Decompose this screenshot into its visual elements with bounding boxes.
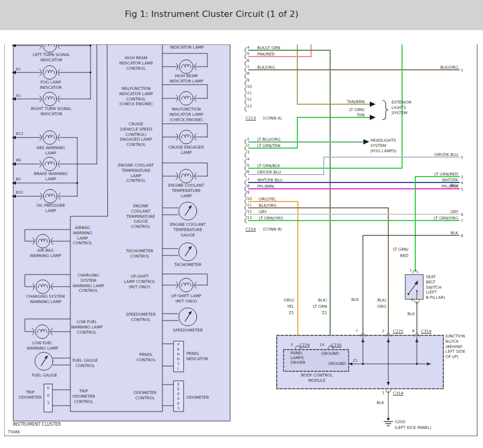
odometer-digit: 0 xyxy=(177,397,179,401)
c214-pin-num: 7 xyxy=(247,178,249,182)
speedometer-label: SPEEDOMETER xyxy=(173,328,203,333)
odometer-control-label: ODOMETER CONTROL xyxy=(133,390,156,401)
c213-pin-num: 6 xyxy=(247,59,249,63)
tan-brn-wire-label: TAN/BRN xyxy=(347,99,364,105)
ect-lamp-label: ENGINE COOLANT TEMPERATURE LAMP xyxy=(168,183,204,198)
edge-wire-num: 1 xyxy=(461,68,463,73)
z1-bus-label: Z1 xyxy=(353,359,358,363)
c213-wire-label: PNK/RED xyxy=(257,52,275,57)
c214-pin-num: 12 xyxy=(247,209,252,214)
c214-wire-label: GRY/DK BLU xyxy=(257,170,281,175)
headlights-system-label: HEADLIGHTS SYSTEM (FOG LAMPS) xyxy=(370,138,397,153)
blk-drop-label: BLK xyxy=(351,297,359,303)
cruise-lamp-label: CRUISE ENGAGED LAMP xyxy=(168,145,204,156)
left-turn-lamp-label: LEFT TURN SIGNAL INDICATOR xyxy=(32,52,70,63)
mil-control-label: MALFUNCTION INDICATOR LAMP CONTROL (CHEC… xyxy=(119,86,153,107)
seat-belt-switch-label: SEAT BELT SWITCH (LEFT B-PILLAR) xyxy=(426,275,445,300)
speedo-control-label: SPEEDOMETER CONTROL xyxy=(126,312,156,323)
jb-pin-3: 3 xyxy=(382,391,384,396)
c213-pin-arcs xyxy=(245,48,247,112)
c213-pin-num: 8 xyxy=(247,71,249,76)
body-control-module-label: BODY CONTROL MODULE xyxy=(301,373,333,383)
c213-pin-num: 7 xyxy=(247,65,249,70)
bcm-pin-3: 3 xyxy=(290,343,293,348)
c214-pin-num: 10 xyxy=(247,197,252,202)
jb-pin-7: 7 xyxy=(356,329,358,334)
high-beam-lamp-label: HIGH BEAM INDICATOR LAMP xyxy=(169,74,203,84)
odometer-digit: 0 xyxy=(177,401,179,406)
c214-pin-num: 2 xyxy=(247,143,249,148)
upshift-lamp-label: UP-SHIFT LAMP (M/T ONLY) xyxy=(171,294,202,304)
c214-pin-num: 8 xyxy=(247,184,249,189)
bcm-ground-label-2: GROUND xyxy=(328,361,346,367)
brake-lamp-label: BRAKE WARNING LAMP xyxy=(34,171,68,182)
c213-pin-num: 4 xyxy=(247,45,249,50)
odometer-digit: 0 xyxy=(177,382,179,387)
c213-pin-num: 10 xyxy=(247,85,252,89)
lt-grn-red-label: LT GRN/ RED xyxy=(393,246,408,259)
c214-wire-label: BLK/ORG xyxy=(259,203,277,208)
trip-digit: 0 xyxy=(47,394,49,398)
c314-connector-label: C314 xyxy=(421,329,432,334)
ect-gauge-control-label: ENGINE COOLANT TEMPERATURE GAUGE CONTROL xyxy=(126,204,156,230)
bcm-pin-14: 14 xyxy=(320,343,324,348)
odometer-digit: 0 xyxy=(177,387,179,392)
airbag-control-label: AIRBAG WARNING LAMP CONTROL xyxy=(73,225,93,246)
pin-b6: B6 xyxy=(16,158,21,163)
exterior-lights-system-label: EXTERIOR LIGHTS SYSTEM xyxy=(391,100,412,115)
ect-lamp-control-label: ENGINE COOLANT TEMPERATURE LAMP CONTROL xyxy=(118,163,154,184)
edge-wire-num: 4 xyxy=(461,181,463,186)
abs-lamp-label: ABS WARNING LAMP xyxy=(37,145,65,156)
edge-wire-label: PPL/BRN xyxy=(441,184,458,189)
fuel-gauge-label: FUEL GAUGE xyxy=(32,373,57,378)
tach-control-label: TACHOMETER CONTROL xyxy=(126,249,153,259)
c213-wire-label: BLK/ORG xyxy=(257,65,275,70)
belt-blk-label: BLK xyxy=(407,312,415,317)
c230-connector-label: C230 xyxy=(331,343,342,348)
low-fuel-lamp-label: LOW FUEL WARNING LAMP xyxy=(26,341,58,351)
c214-pin-num: 5 xyxy=(247,163,249,168)
screenshot-root: Fig 1: Instrument Cluster Circuit (1 of … xyxy=(0,0,483,448)
odometer-digit: 0 xyxy=(177,392,179,397)
pin-a1: A1 xyxy=(16,94,21,98)
fuel-gauge-control-label: FUEL GAUGE CONTROL xyxy=(72,358,98,369)
c214-pin-num: 3 xyxy=(247,150,249,155)
blk-org-drop-label: BLK/ ORG xyxy=(377,297,386,310)
seat-belt-switch-box xyxy=(405,275,423,299)
prndl-control-label: PRNDL CONTROL xyxy=(136,352,156,363)
edge-wire-label: LT GRN/ORG xyxy=(434,216,458,221)
c214-wire-label: PPL/BRN xyxy=(257,184,274,189)
c225-connector-label: C225 xyxy=(393,329,404,334)
edge-wire-num: 2 xyxy=(461,156,463,160)
lt-grn-tan-wire-label: LT GRN/ TAN xyxy=(349,107,364,118)
c214-wire-label: LT GRN/ORG xyxy=(259,216,283,221)
prndl-letter: N xyxy=(177,352,179,357)
instrument-cluster-title: INSTRUMENT CLUSTER xyxy=(13,422,61,427)
panel-lamps-driver-label: PANEL LAMPS DRIVER xyxy=(290,351,305,365)
edge-wire-num: 7 xyxy=(461,219,463,224)
c229-connector-label: C229 xyxy=(299,343,310,348)
c213-wire-label: BLK/LT GRN xyxy=(257,45,280,51)
c214-pin-arcs xyxy=(245,139,247,223)
high-beam-control-label: HIGH BEAM INDICATOR LAMP CONTROL xyxy=(119,56,153,71)
c214-wire-label: LT GRN/TAN xyxy=(257,143,280,149)
prndl-letter: L xyxy=(177,367,179,371)
jb-pin-8: 8 xyxy=(412,329,414,334)
diagram-code: 75686 xyxy=(7,429,20,435)
low-fuel-control-label: LOW FUEL WARNING LAMP CONTROL xyxy=(71,319,102,335)
prndl-letter: D xyxy=(177,357,179,362)
prndl-indicator-label: PRNDL INDICATOR xyxy=(186,351,208,362)
wiring-diagram-canvas xyxy=(0,0,483,448)
oil-lamp-label: OIL PRESSURE LAMP xyxy=(37,203,65,214)
fog-lamp-label: FOG LAMP INDICATOR xyxy=(40,80,61,90)
c213-pin-num: 9 xyxy=(247,78,249,83)
prndl-letter: 3 xyxy=(177,362,179,367)
edge-wire-num: 6 xyxy=(461,213,463,217)
junction-block-label: JUNCTION BLOCK (BEHIND LEFT SIDE OF I/P) xyxy=(445,334,466,360)
jb-pin-2: 2 xyxy=(382,329,384,334)
edge-wire-num: 3 xyxy=(461,175,463,180)
c213-pin-num: 5 xyxy=(247,52,249,57)
edge-wire-num: 8 xyxy=(461,234,463,239)
prndl-letter: P xyxy=(177,343,179,348)
c214-pin-num: 11 xyxy=(247,203,252,208)
